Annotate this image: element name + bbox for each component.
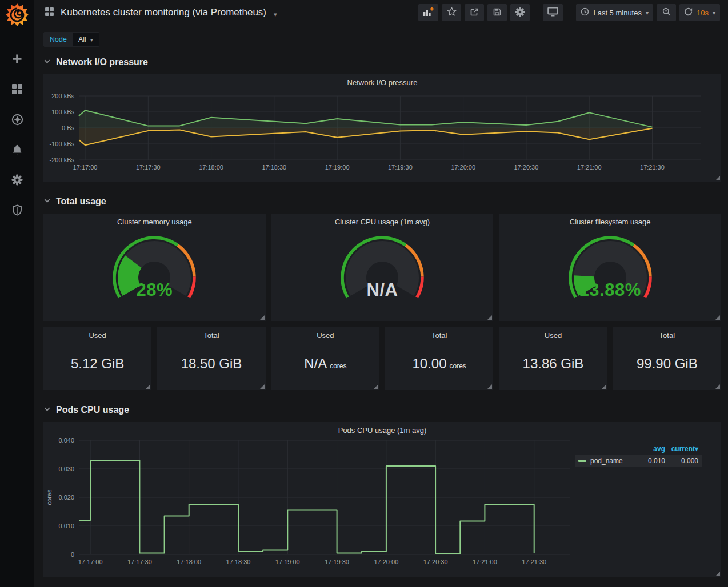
svg-text:17:19:30: 17:19:30 — [388, 164, 413, 171]
refresh-interval-label: 10s — [697, 9, 709, 17]
panel-pods-cpu: Pods CPU usage (1m avg) 0.0400.0300.0200… — [43, 422, 721, 577]
chevron-down-icon — [43, 57, 51, 67]
panel-stat-cpu-total: Total 10.00cores — [385, 327, 493, 390]
zoom-out-button[interactable] — [657, 4, 676, 21]
svg-text:cores: cores — [46, 489, 53, 505]
monitor-icon — [547, 7, 558, 18]
panel-title[interactable]: Used — [271, 327, 379, 341]
panel-title[interactable]: Used — [43, 327, 151, 341]
panel-resize-handle[interactable] — [715, 384, 720, 389]
row-title: Network I/O pressure — [56, 57, 148, 67]
panel-resize-handle[interactable] — [715, 176, 720, 180]
svg-text:17:18:30: 17:18:30 — [226, 558, 251, 565]
grafana-logo[interactable] — [5, 3, 29, 29]
sidebar-item-alerting[interactable] — [6, 143, 29, 159]
panel-resize-handle[interactable] — [602, 384, 606, 389]
svg-text:17:19:00: 17:19:00 — [275, 558, 300, 565]
row-title: Pods CPU usage — [56, 405, 129, 415]
svg-text:17:21:30: 17:21:30 — [640, 164, 665, 171]
compass-icon — [11, 114, 23, 128]
panel-title[interactable]: Network I/O pressure — [43, 74, 721, 88]
row-header-total-usage[interactable]: Total usage — [43, 193, 721, 210]
stat-unit: cores — [330, 362, 346, 370]
sidebar-item-dashboards[interactable] — [6, 82, 29, 98]
sidebar-item-create[interactable] — [6, 52, 29, 68]
save-icon — [493, 7, 502, 18]
sidebar-item-server-admin[interactable] — [6, 203, 29, 219]
svg-text:17:21:00: 17:21:00 — [473, 558, 497, 565]
cycle-view-mode-button[interactable] — [543, 4, 563, 21]
svg-text:100 kBs: 100 kBs — [51, 108, 74, 115]
panel-title[interactable]: Cluster CPU usage (1m avg) — [271, 214, 494, 227]
panel-title[interactable]: Total — [157, 327, 265, 341]
dashboard-title-caret-icon[interactable]: ▾ — [274, 11, 277, 18]
panel-network-io: Network I/O pressure 200 kBs100 kBs0 Bs-… — [43, 74, 721, 182]
panel-stat-cpu-used: Used N/Acores — [271, 327, 379, 390]
chevron-down-icon: ▾ — [713, 10, 715, 16]
series-name[interactable]: pod_name — [590, 457, 632, 465]
panel-resize-handle[interactable] — [487, 384, 492, 389]
svg-text:17:21:00: 17:21:00 — [577, 164, 602, 171]
sidebar-item-configuration[interactable] — [6, 173, 29, 189]
panel-stat-filesystem-used: Used 13.86 GiB — [499, 327, 607, 390]
chevron-down-icon: ▾ — [646, 10, 649, 16]
panel-title[interactable]: Cluster memory usage — [43, 214, 266, 227]
stat-unit: cores — [450, 362, 466, 370]
panel-cluster-filesystem-usage: Cluster filesystem usage 13.88% — [499, 214, 721, 321]
pods-cpu-chart[interactable]: 0.0400.0300.0200.010017:17:0017:17:3017:… — [43, 436, 575, 570]
panel-title[interactable]: Used — [499, 327, 607, 341]
panel-resize-handle[interactable] — [487, 315, 492, 320]
svg-text:17:21:30: 17:21:30 — [522, 558, 546, 565]
star-button[interactable] — [442, 4, 461, 21]
save-button[interactable] — [487, 4, 507, 21]
share-button[interactable] — [465, 4, 484, 21]
dashboard-submenu: Node All▾ — [43, 27, 721, 51]
series-color-swatch[interactable] — [578, 460, 586, 462]
dashboard-settings-button[interactable] — [510, 4, 530, 21]
panel-resize-handle[interactable] — [715, 572, 720, 576]
network-io-chart[interactable]: 200 kBs100 kBs0 Bs-100 kBs-200 kBs17:17:… — [43, 88, 712, 175]
legend-sort-current[interactable]: current▾ — [665, 445, 698, 453]
dashboard-grid-icon — [45, 7, 54, 19]
svg-text:17:17:30: 17:17:30 — [127, 558, 152, 565]
add-panel-icon — [423, 7, 434, 18]
time-range-picker[interactable]: Last 5 minutes ▾ — [576, 4, 653, 21]
panel-resize-handle[interactable] — [260, 315, 265, 320]
svg-text:17:18:30: 17:18:30 — [262, 164, 286, 171]
add-panel-button[interactable] — [418, 4, 438, 21]
panel-stat-memory-total: Total 18.50 GiB — [157, 327, 265, 390]
dashboard-title[interactable]: Kubernetes cluster monitoring (via Prome… — [61, 7, 266, 18]
variable-node-dropdown[interactable]: Node All▾ — [43, 32, 99, 47]
panel-title[interactable]: Pods CPU usage (1m avg) — [43, 422, 721, 436]
panel-resize-handle[interactable] — [146, 384, 150, 389]
refresh-button-group[interactable]: 10s ▾ — [679, 4, 720, 21]
panel-title[interactable]: Cluster filesystem usage — [499, 214, 721, 227]
memory-gauge — [91, 227, 217, 316]
legend-sort-avg[interactable]: avg — [632, 445, 665, 453]
panel-resize-handle[interactable] — [374, 384, 378, 389]
gauge-value: N/A — [271, 280, 494, 300]
sidebar-item-explore[interactable] — [6, 112, 29, 128]
svg-text:0: 0 — [71, 551, 74, 558]
bell-icon — [11, 144, 23, 158]
stat-value: N/A — [304, 356, 327, 372]
cpu-gauge — [319, 227, 445, 316]
svg-text:0.020: 0.020 — [58, 494, 74, 501]
gauge-value: 13.88% — [499, 280, 721, 300]
svg-text:17:20:00: 17:20:00 — [374, 558, 398, 565]
panel-resize-handle[interactable] — [715, 315, 720, 320]
panel-resize-handle[interactable] — [260, 384, 265, 389]
row-title: Total usage — [56, 196, 106, 207]
svg-text:-100 kBs: -100 kBs — [50, 140, 75, 147]
gear-icon — [11, 174, 23, 188]
stat-value: 10.00 — [412, 356, 446, 372]
panel-cluster-cpu-usage: Cluster CPU usage (1m avg) N/A — [271, 214, 494, 321]
panel-title[interactable]: Total — [385, 327, 493, 341]
variable-value[interactable]: All▾ — [73, 33, 99, 46]
panel-stat-memory-used: Used 5.12 GiB — [43, 327, 151, 390]
row-header-network[interactable]: Network I/O pressure — [43, 54, 721, 71]
panel-title[interactable]: Total — [613, 327, 721, 341]
svg-text:0.030: 0.030 — [58, 465, 74, 472]
refresh-icon — [684, 7, 693, 18]
row-header-pods-cpu[interactable]: Pods CPU usage — [43, 401, 721, 419]
